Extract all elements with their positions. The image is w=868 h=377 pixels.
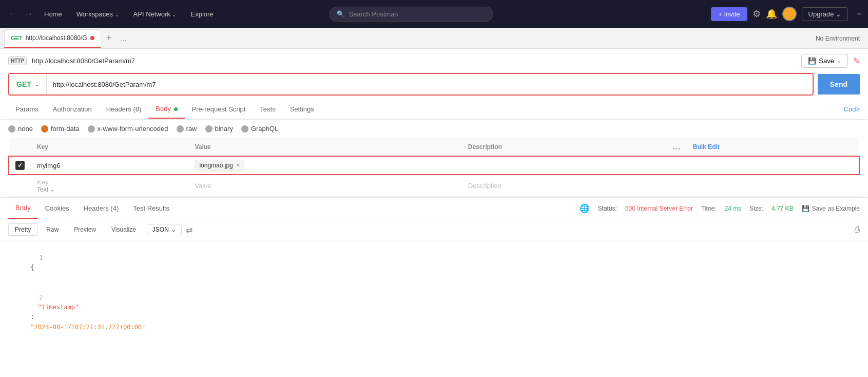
nav-back-icon[interactable]: ← [6, 7, 18, 21]
fmt-preview[interactable]: Preview [67, 223, 103, 236]
window-close-icon[interactable]: − [856, 9, 862, 20]
status-row: 🌐 Status: 500 Internal Server Error Time… [580, 203, 860, 213]
response-area: Body Cookies Headers (4) Test Results 🌐 … [0, 197, 868, 345]
body-active-dot [174, 107, 178, 111]
table-placeholder-row: Key Text ⌄ Value Description [9, 175, 859, 197]
tab-tests[interactable]: Tests [253, 100, 282, 118]
save-example-button[interactable]: 💾 Save as Example [802, 205, 860, 212]
nav-home[interactable]: Home [39, 7, 67, 21]
new-tab-button[interactable]: + [103, 33, 115, 44]
placeholder-key[interactable]: Key Text ⌄ [31, 175, 188, 197]
nav-right: + Invite ⚙ 🔔 Upgrade ⌄ − [711, 7, 862, 21]
placeholder-description[interactable]: Description [462, 175, 666, 197]
text-dropdown[interactable]: Text ⌄ [37, 186, 182, 193]
url-input[interactable] [47, 74, 813, 95]
method-url-container: GET ⌄ [8, 73, 814, 96]
search-icon: 🔍 [337, 10, 344, 17]
method-chevron-icon: ⌄ [34, 81, 39, 88]
col-checkbox [9, 138, 31, 156]
search-placeholder: Search Postman [349, 10, 398, 18]
time-value: 24 ms [725, 205, 742, 212]
edit-icon[interactable]: ✎ [853, 56, 860, 66]
nav-api-network[interactable]: API Network ⌄ [128, 7, 182, 21]
method-select[interactable]: GET ⌄ [9, 74, 47, 95]
placeholder-value[interactable]: Value [188, 175, 461, 197]
params-table-container: Key Value Description … Bulk Edit ✓ m [0, 138, 868, 197]
radio-urlencoded[interactable]: x-www-form-urlencoded [88, 125, 168, 133]
value-remove-icon[interactable]: × [236, 162, 240, 169]
upgrade-button[interactable]: Upgrade ⌄ [802, 7, 848, 21]
send-button[interactable]: Send [818, 74, 860, 95]
tab-params[interactable]: Params [8, 100, 46, 118]
copy-icon[interactable]: ⎙ [855, 225, 860, 234]
row-checkbox[interactable]: ✓ [15, 161, 25, 170]
radio-graphql-circle [241, 125, 248, 133]
wrap-lines-icon[interactable]: ⇄ [186, 225, 192, 235]
code-link[interactable]: Cod> [844, 105, 860, 113]
text-dropdown-chevron: ⌄ [50, 186, 55, 193]
radio-form-data[interactable]: form-data [41, 125, 80, 133]
save-button[interactable]: 💾 Save ⌄ [801, 54, 848, 68]
radio-form-data-circle [41, 125, 48, 133]
more-dots-icon[interactable]: … [672, 142, 681, 151]
col-more: … [666, 138, 687, 156]
radio-binary-circle [205, 125, 213, 133]
json-format-select[interactable]: JSON ⌄ [147, 224, 182, 235]
request-tab[interactable]: GET http://localhost:8080/G [4, 29, 101, 48]
response-tabs-row: Body Cookies Headers (4) Test Results 🌐 … [0, 198, 868, 219]
request-tabs: Params Authorization Headers (8) Body Pr… [8, 100, 860, 119]
search-bar[interactable]: 🔍 Search Postman [329, 7, 493, 22]
radio-binary[interactable]: binary [205, 125, 233, 133]
json-select-chevron-icon: ⌄ [171, 226, 176, 233]
upgrade-chevron-icon: ⌄ [836, 10, 841, 18]
tab-headers[interactable]: Headers (8) [99, 100, 149, 118]
tab-bar: GET http://localhost:8080/G + … No Envir… [0, 28, 868, 49]
size-value: 4.77 KB [771, 205, 794, 212]
col-key-header: Key [31, 138, 188, 156]
save-chevron-icon: ⌄ [837, 58, 841, 64]
fmt-pretty[interactable]: Pretty [8, 223, 37, 236]
resp-tab-headers[interactable]: Headers (4) [76, 198, 126, 218]
url-display: http://localhost:8080/GetParam/m7 [32, 57, 796, 65]
size-label: Size: [749, 205, 763, 212]
tab-body[interactable]: Body [148, 100, 184, 119]
globe-icon: 🌐 [580, 203, 590, 213]
no-environment-label[interactable]: No Environment [816, 35, 864, 42]
invite-button[interactable]: + Invite [711, 7, 747, 21]
fmt-raw[interactable]: Raw [40, 223, 65, 236]
resp-tab-cookies[interactable]: Cookies [38, 198, 76, 218]
tab-more-button[interactable]: … [117, 34, 130, 43]
body-types: none form-data x-www-form-urlencoded raw… [0, 120, 868, 138]
nav-forward-icon[interactable]: → [23, 7, 35, 21]
nav-explore[interactable]: Explore [185, 7, 218, 21]
tab-url: http://localhost:8080/G [26, 34, 87, 42]
tab-settings[interactable]: Settings [283, 100, 321, 118]
method-label: GET [16, 80, 31, 88]
resp-tab-test-results[interactable]: Test Results [126, 198, 177, 218]
avatar[interactable] [782, 7, 797, 21]
radio-graphql[interactable]: GraphQL [241, 125, 278, 133]
row-description-cell[interactable] [462, 156, 666, 175]
col-bulk-edit: Bulk Edit [687, 138, 859, 156]
row-checkbox-cell[interactable]: ✓ [9, 156, 31, 175]
api-network-chevron-icon: ⌄ [172, 12, 176, 17]
save-example-icon: 💾 [802, 205, 809, 212]
url-bar-row: HTTP http://localhost:8080/GetParam/m7 💾… [8, 54, 860, 68]
row-value-cell: longmao.jpg × [188, 156, 461, 175]
code-output: 1 { 2 "timestamp" : "2023-08-17T07:21:31… [0, 240, 868, 345]
radio-raw[interactable]: raw [177, 125, 197, 133]
resp-tab-body[interactable]: Body [8, 198, 38, 219]
tab-authorization[interactable]: Authorization [46, 100, 99, 118]
col-value-header: Value [188, 138, 461, 156]
format-row: Pretty Raw Preview Visualize JSON ⌄ ⇄ ⎙ [0, 219, 868, 240]
bell-icon[interactable]: 🔔 [766, 8, 777, 20]
nav-workspaces[interactable]: Workspaces ⌄ [71, 7, 124, 21]
bulk-edit-button[interactable]: Bulk Edit [693, 143, 720, 150]
row-key-cell[interactable]: myimg6 [31, 156, 188, 175]
fmt-visualize[interactable]: Visualize [105, 223, 143, 236]
settings-icon[interactable]: ⚙ [753, 8, 761, 20]
save-icon: 💾 [808, 57, 816, 65]
tab-pre-request[interactable]: Pre-request Script [185, 100, 253, 118]
radio-none[interactable]: none [8, 125, 33, 133]
tab-method: GET [11, 35, 23, 41]
